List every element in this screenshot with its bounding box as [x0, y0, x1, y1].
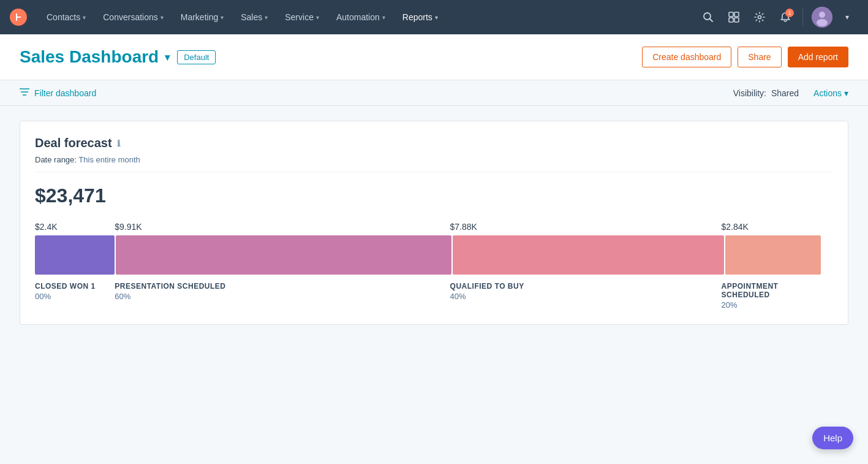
settings-button[interactable]	[749, 6, 771, 28]
bar-legend-0: CLOSED WON 100%	[35, 282, 115, 310]
top-navigation: Contacts ▾ Conversations ▾ Marketing ▾ S…	[0, 0, 868, 34]
page-header: Sales Dashboard ▾ Default Create dashboa…	[0, 34, 868, 80]
bars-row	[35, 235, 833, 275]
bar-amount-0: $2.4K	[35, 222, 115, 235]
notifications-button[interactable]: 1	[774, 6, 796, 28]
nav-service[interactable]: Service ▾	[277, 7, 326, 27]
actions-chevron-icon: ▾	[844, 88, 848, 98]
filter-dashboard-button[interactable]: Filter dashboard	[20, 88, 96, 98]
nav-icon-group: 1 ▾	[697, 6, 858, 28]
nav-contacts[interactable]: Contacts ▾	[39, 7, 93, 27]
chevron-down-icon: ▾	[435, 14, 438, 21]
main-content: Deal forecast ℹ Date range: This entire …	[0, 106, 868, 340]
title-chevron-icon[interactable]: ▾	[165, 51, 170, 63]
page-title: Sales Dashboard ▾	[20, 47, 170, 67]
nav-sales[interactable]: Sales ▾	[233, 7, 275, 27]
visibility-section: Visibility: Shared Actions ▾	[733, 88, 848, 98]
filter-icon	[20, 88, 29, 98]
card-title: Deal forecast ℹ	[35, 136, 833, 150]
svg-point-9	[819, 12, 825, 18]
filter-bar: Filter dashboard Visibility: Shared Acti…	[0, 80, 868, 106]
bar-chart: $2.4K$9.91K$7.88K$2.84K CLOSED WON 100%P…	[35, 222, 833, 310]
create-dashboard-button[interactable]: Create dashboard	[642, 47, 731, 67]
nav-divider	[802, 9, 803, 26]
total-value: $23,471	[35, 184, 833, 207]
bar-segment-0[interactable]	[35, 235, 115, 275]
nav-automation[interactable]: Automation ▾	[329, 7, 393, 27]
date-range: Date range: This entire month	[35, 155, 833, 172]
svg-rect-5	[729, 18, 733, 22]
default-badge: Default	[177, 50, 216, 64]
info-icon[interactable]: ℹ	[117, 139, 120, 148]
svg-point-7	[758, 16, 761, 19]
user-avatar[interactable]	[812, 7, 832, 28]
nav-conversations[interactable]: Conversations ▾	[96, 7, 171, 27]
svg-point-10	[817, 19, 828, 26]
bar-segment-2[interactable]	[453, 235, 724, 275]
bar-labels-row: $2.4K$9.91K$7.88K$2.84K	[35, 222, 833, 235]
nav-marketing[interactable]: Marketing ▾	[173, 7, 231, 27]
actions-button[interactable]: Actions ▾	[813, 88, 848, 98]
notification-badge: 1	[785, 9, 794, 17]
bar-amount-2: $7.88K	[450, 222, 722, 235]
bar-legend-1: PRESENTATION SCHEDULED60%	[115, 282, 450, 310]
bar-amount-3: $2.84K	[722, 222, 817, 235]
nav-reports[interactable]: Reports ▾	[395, 7, 445, 27]
chevron-down-icon: ▾	[83, 14, 86, 21]
chevron-down-icon: ▾	[265, 14, 268, 21]
share-button[interactable]: Share	[738, 47, 781, 67]
svg-rect-4	[734, 12, 739, 17]
hubspot-logo[interactable]	[10, 9, 27, 26]
bar-legend-2: QUALIFIED TO BUY40%	[450, 282, 722, 310]
svg-rect-3	[729, 12, 733, 17]
bar-legend-3: APPOINTMENT SCHEDULED20%	[722, 282, 817, 310]
chevron-down-icon: ▾	[221, 14, 224, 21]
bar-amount-1: $9.91K	[115, 222, 450, 235]
svg-rect-6	[734, 18, 739, 22]
add-report-button[interactable]: Add report	[788, 47, 848, 67]
chevron-down-icon: ▾	[382, 14, 385, 21]
chevron-down-icon: ▾	[316, 14, 319, 21]
search-button[interactable]	[697, 6, 719, 28]
bar-segment-1[interactable]	[116, 235, 451, 275]
svg-line-2	[710, 19, 713, 22]
chevron-down-icon: ▾	[160, 14, 164, 21]
deal-forecast-card: Deal forecast ℹ Date range: This entire …	[20, 121, 848, 325]
bar-legends-row: CLOSED WON 100%PRESENTATION SCHEDULED60%…	[35, 282, 833, 310]
bar-segment-3[interactable]	[725, 235, 821, 275]
account-chevron[interactable]: ▾	[836, 6, 858, 28]
header-actions: Create dashboard Share Add report	[642, 47, 848, 67]
marketplace-button[interactable]	[723, 6, 745, 28]
